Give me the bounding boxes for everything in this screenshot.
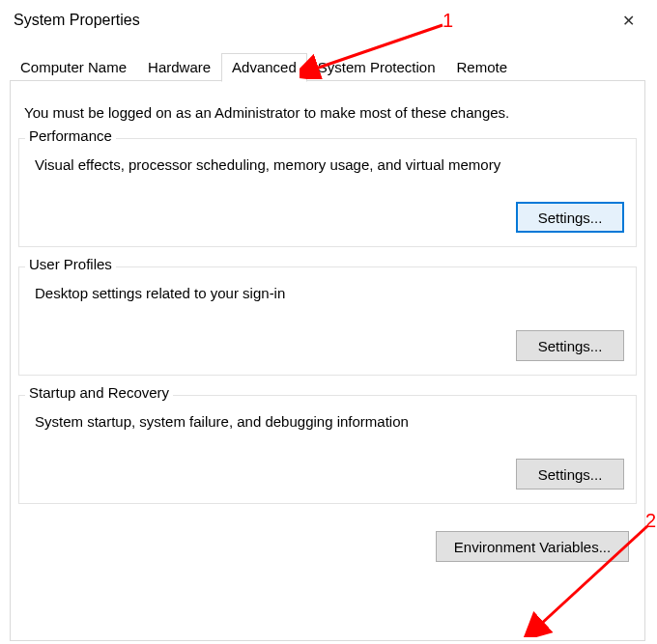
tab-hardware[interactable]: Hardware xyxy=(137,53,221,81)
group-startup-recovery: Startup and Recovery System startup, sys… xyxy=(18,395,637,504)
group-legend-performance: Performance xyxy=(25,127,116,144)
tab-system-protection[interactable]: System Protection xyxy=(307,53,446,81)
annotation-number-2: 2 xyxy=(645,510,656,532)
user-profiles-desc: Desktop settings related to your sign-in xyxy=(35,285,624,301)
tab-advanced[interactable]: Advanced xyxy=(221,53,307,82)
group-user-profiles: User Profiles Desktop settings related t… xyxy=(18,266,637,376)
titlebar: System Properties ✕ xyxy=(0,0,657,39)
group-performance: Performance Visual effects, processor sc… xyxy=(18,138,637,247)
environment-variables-button[interactable]: Environment Variables... xyxy=(436,531,629,562)
user-profiles-settings-button[interactable]: Settings... xyxy=(516,330,624,361)
close-icon[interactable]: ✕ xyxy=(609,7,647,34)
tab-panel-advanced: You must be logged on as an Administrato… xyxy=(10,81,645,641)
tab-strip: Computer Name Hardware Advanced System P… xyxy=(0,39,657,81)
performance-settings-button[interactable]: Settings... xyxy=(516,202,624,233)
tab-computer-name[interactable]: Computer Name xyxy=(10,53,137,81)
startup-settings-button[interactable]: Settings... xyxy=(516,459,624,490)
tab-remote[interactable]: Remote xyxy=(446,53,519,81)
window-title: System Properties xyxy=(14,12,140,29)
annotation-number-1: 1 xyxy=(443,10,453,32)
group-legend-startup: Startup and Recovery xyxy=(25,384,173,401)
admin-note: You must be logged on as an Administrato… xyxy=(24,104,631,121)
performance-desc: Visual effects, processor scheduling, me… xyxy=(35,156,624,173)
group-legend-user-profiles: User Profiles xyxy=(25,256,116,272)
startup-desc: System startup, system failure, and debu… xyxy=(35,413,624,430)
